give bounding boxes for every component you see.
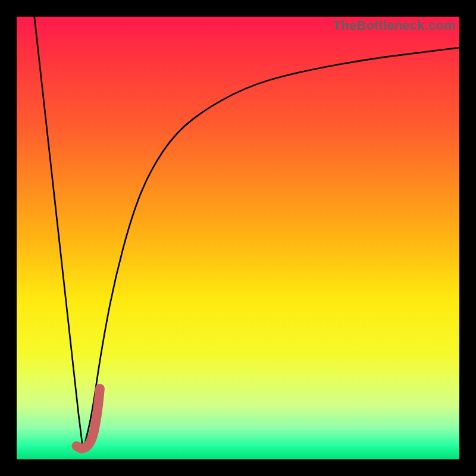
series-main-curve: [83, 48, 459, 450]
chart-frame: TheBottleneck.com: [0, 0, 476, 476]
series-left-descent: [35, 17, 83, 450]
watermark-text: TheBottleneck.com: [333, 18, 456, 33]
plot-area: [17, 17, 459, 459]
curves-layer: [17, 17, 459, 459]
series-accent-hook: [76, 389, 99, 449]
